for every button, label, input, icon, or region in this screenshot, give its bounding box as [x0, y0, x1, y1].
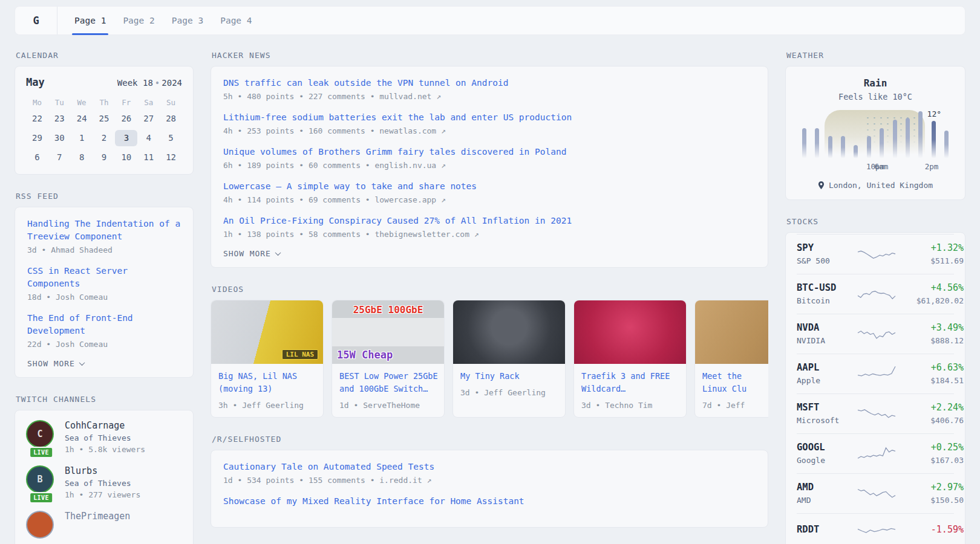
- stock-name: NVIDIA: [797, 336, 857, 345]
- stock-sparkline: [857, 364, 896, 383]
- selfhosted-item-title[interactable]: Cautionary Tale on Automated Speed Tests: [223, 461, 756, 473]
- weather-time-labels: 6am2pm10pm: [800, 162, 950, 173]
- stock-sparkline: [857, 285, 896, 303]
- stock-symbol: AAPL: [797, 362, 857, 373]
- calendar-date: 1: [71, 130, 93, 146]
- avatar: [26, 511, 54, 539]
- middle-column: HACKER NEWS DNS traffic can leak outside…: [211, 51, 768, 544]
- hacker-news-section: HACKER NEWS DNS traffic can leak outside…: [211, 51, 768, 268]
- live-badge: LIVE: [29, 447, 53, 458]
- video-meta: 3h • Jeff Geerling: [218, 401, 316, 410]
- calendar-year: 2024: [162, 78, 182, 88]
- stock-row[interactable]: RDDT -1.59%: [797, 513, 954, 544]
- stock-row[interactable]: GOOGL Google +0.25% $167.03: [797, 433, 954, 473]
- hacker-news-item-title[interactable]: Unique volumes of Brothers Grimm fairy t…: [223, 146, 756, 158]
- stock-change: +2.24%: [896, 402, 964, 413]
- selfhosted-item: Cautionary Tale on Automated Speed Tests…: [223, 461, 756, 485]
- stock-sparkline: [857, 484, 896, 502]
- weather-condition: Rain: [797, 77, 954, 89]
- stock-sparkline: [857, 245, 896, 263]
- twitch-section: TWITCH CHANNELS C LIVE CohhCarnage Sea o…: [15, 395, 194, 544]
- calendar-day-name: We: [71, 98, 93, 107]
- video-title[interactable]: Meet theLinux Clu: [702, 370, 768, 395]
- video-title[interactable]: Big NAS, Lil NAS(moving 13): [218, 370, 316, 395]
- rss-section: RSS FEED Handling The Indentation of a T…: [15, 192, 194, 378]
- hacker-news-item-title[interactable]: Lithium-free sodium batteries exit the l…: [223, 111, 756, 124]
- stock-name: Bitcoin: [797, 296, 857, 305]
- stock-row[interactable]: SPY S&P 500 +1.32% $511.69: [797, 234, 954, 274]
- calendar-day-name: Tu: [48, 98, 71, 107]
- stock-symbol: RDDT: [797, 524, 857, 535]
- hacker-news-show-more-button[interactable]: SHOW MORE: [223, 249, 756, 258]
- video-card[interactable]: 25GbE 100GbE15W Cheap BEST Low Power 25G…: [332, 300, 445, 418]
- calendar-day-name: Mo: [26, 98, 48, 107]
- thumbnail-overlay-text: 25GbE 100GbE: [353, 304, 423, 316]
- stock-row[interactable]: BTC-USD Bitcoin +4.56% $61,820.02: [797, 274, 954, 314]
- calendar-dates: 222324252627282930123456789101112: [26, 111, 182, 166]
- stock-row[interactable]: NVDA NVIDIA +3.49% $888.12: [797, 314, 954, 354]
- stock-symbol: MSFT: [797, 402, 857, 413]
- twitch-channel-row[interactable]: ThePrimeagen: [26, 511, 182, 539]
- hacker-news-item: Lowercase – A simple way to take and sha…: [223, 180, 756, 204]
- chevron-down-icon: [275, 250, 281, 256]
- weather-current-temp: 12°: [927, 109, 941, 118]
- hacker-news-item-meta: 5h • 480 points • 227 comments • mullvad…: [223, 92, 756, 101]
- page-tab[interactable]: Page 3: [163, 7, 212, 34]
- stock-row[interactable]: AMD AMD +2.97% $150.50: [797, 473, 954, 513]
- hacker-news-item-meta: 6h • 189 points • 60 comments • english.…: [223, 161, 756, 170]
- stock-price: $888.12: [896, 336, 964, 345]
- hacker-news-item-title[interactable]: An Oil Price-Fixing Conspiracy Caused 27…: [223, 215, 756, 227]
- live-badge: LIVE: [29, 492, 53, 504]
- stock-price: $167.03: [896, 456, 964, 465]
- selfhosted-item-title[interactable]: Showcase of my Mixed Reality Interface f…: [223, 495, 756, 508]
- page-tab[interactable]: Page 1: [66, 7, 114, 34]
- weather-hourly-chart: 12° 6am2pm10pm: [800, 110, 950, 173]
- twitch-channel-name: Blurbs: [65, 465, 140, 476]
- calendar-day-name: Fr: [115, 98, 137, 107]
- hacker-news-item-title[interactable]: Lowercase – A simple way to take and sha…: [223, 180, 756, 193]
- weather-hour-bar: [841, 136, 845, 158]
- twitch-channel-game: Sea of Thieves: [65, 479, 140, 488]
- app-logo[interactable]: G: [15, 7, 57, 34]
- video-card[interactable]: LIL NAS Big NAS, Lil NAS(moving 13) 3h •…: [211, 300, 324, 418]
- twitch-channel-row[interactable]: C LIVE CohhCarnage Sea of Thieves 1h • 5…: [26, 420, 182, 454]
- calendar-date: 25: [93, 111, 116, 127]
- weather-hour-bar: [802, 128, 806, 158]
- calendar-date: 7: [48, 149, 71, 166]
- stock-change: +0.25%: [896, 442, 964, 453]
- twitch-channel-row[interactable]: B LIVE Blurbs Sea of Thieves 1h • 277 vi…: [26, 465, 182, 499]
- page-tab[interactable]: Page 2: [114, 7, 163, 34]
- video-card[interactable]: FAS Meet theLinux Clu 7d • Jeff: [694, 300, 768, 418]
- video-title[interactable]: My Tiny Rack: [460, 370, 558, 383]
- rss-item-title[interactable]: The End of Front-End Development: [27, 312, 181, 337]
- page-tab[interactable]: Page 4: [212, 7, 260, 34]
- weather-hour-bar: [880, 128, 884, 158]
- stock-row[interactable]: AAPL Apple +6.63% $184.51: [797, 354, 954, 393]
- twitch-channel-game: Sea of Thieves: [65, 433, 145, 442]
- weather-widget: Rain Feels like 10°C: [785, 66, 965, 200]
- calendar-date: 3: [115, 130, 137, 146]
- stock-change: +1.32%: [896, 242, 964, 253]
- stock-price: $150.50: [896, 496, 964, 505]
- video-meta: 3d • Techno Tim: [581, 401, 679, 410]
- stocks-widget: SPY S&P 500 +1.32% $511.69 BTC-USD: [785, 232, 965, 544]
- video-title[interactable]: Traefik 3 and FREEWildcard…: [581, 370, 679, 395]
- video-card[interactable]: Traefik 3 and FREEWildcard… 3d • Techno …: [573, 300, 687, 418]
- video-thumbnail: FAS: [695, 300, 768, 364]
- stock-row[interactable]: MSFT Microsoft +2.24% $406.76: [797, 393, 954, 433]
- hacker-news-item-meta: 4h • 253 points • 160 comments • newatla…: [223, 126, 756, 135]
- video-title[interactable]: BEST Low Power 25GbEand 100GbE Switch…: [339, 370, 437, 395]
- chevron-down-icon: [79, 360, 85, 366]
- rss-item-title[interactable]: CSS in React Server Components: [27, 265, 181, 290]
- stocks-section-label: STOCKS: [786, 217, 965, 226]
- top-nav: G Page 1 Page 2 Page 3 Page 4: [15, 6, 965, 35]
- rss-show-more-button[interactable]: SHOW MORE: [27, 359, 181, 368]
- stock-change: +4.56%: [896, 282, 964, 293]
- left-column: CALENDAR May Week 18•2024 MoTuWeThFrSaSu…: [15, 51, 194, 544]
- hacker-news-item-title[interactable]: DNS traffic can leak outside the VPN tun…: [223, 77, 756, 89]
- calendar-widget: May Week 18•2024 MoTuWeThFrSaSu 22232425…: [15, 66, 194, 175]
- rss-item-title[interactable]: Handling The Indentation of a Treeview C…: [27, 218, 181, 243]
- stock-name: S&P 500: [797, 256, 857, 265]
- video-card[interactable]: My Tiny Rack 3d • Jeff Geerling: [452, 300, 566, 418]
- weather-bars: 12°: [800, 110, 950, 158]
